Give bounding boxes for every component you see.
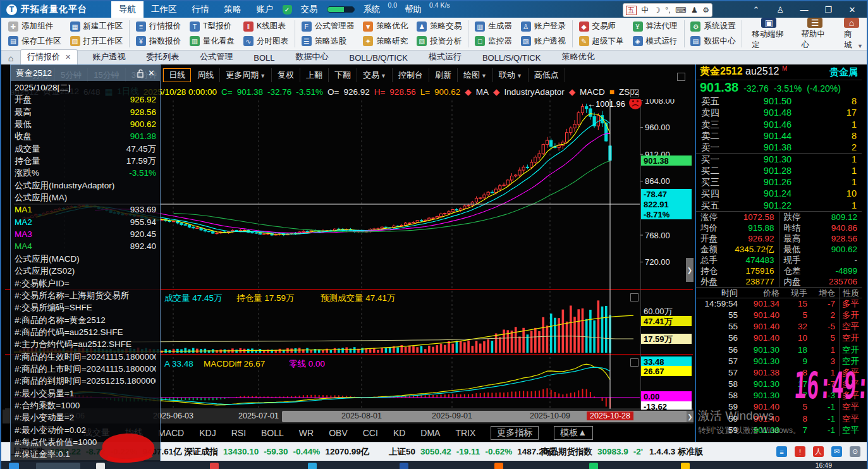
- tool-数据中心[interactable]: ▤数据中心: [688, 35, 737, 47]
- alert-bell-icon[interactable]: !: [795, 446, 805, 457]
- indicator-tab-BOLL[interactable]: BOLL: [261, 428, 284, 438]
- tool-保存工作区[interactable]: ▤保存工作区: [6, 35, 63, 47]
- app-icon[interactable]: [589, 463, 598, 469]
- menu-工作区[interactable]: 工作区: [144, 1, 185, 18]
- tool-算法代理[interactable]: ¥算法代理: [631, 20, 680, 32]
- message-icon[interactable]: ✉: [831, 446, 842, 457]
- period-下翻[interactable]: 下翻: [329, 68, 357, 82]
- tool-T型报价[interactable]: TT型报价: [188, 20, 236, 32]
- tab-BOLL/S/Q/TICK[interactable]: BOLL/S/Q/TICK: [476, 52, 547, 64]
- search-box[interactable]: [36, 463, 80, 469]
- tool-超级下单[interactable]: ✎超级下单: [577, 35, 626, 47]
- menu-系统[interactable]: 系统: [356, 1, 388, 18]
- tool-打开工作区[interactable]: ▨打开工作区: [68, 35, 125, 47]
- maximize-button[interactable]: ❐: [816, 1, 840, 18]
- tab-BOLL/B/Q/TICK[interactable]: BOLL/B/Q/TICK: [343, 52, 413, 64]
- tool-策略交易[interactable]: ♟策略交易: [415, 20, 463, 32]
- period-更多周期[interactable]: 更多周期▼: [220, 68, 272, 82]
- tool-生成器[interactable]: ▥生成器: [473, 20, 514, 32]
- tool-分时图表[interactable]: ∿分时图表: [241, 35, 290, 47]
- tab-公式管理[interactable]: 公式管理: [193, 50, 239, 64]
- tool-帮助中心[interactable]: ☰帮助中心: [794, 18, 836, 50]
- panel-expand-arrow[interactable]: ❯: [686, 258, 694, 282]
- tool-添加组件[interactable]: ✚添加组件: [6, 20, 63, 32]
- toolbar-collapse-caret[interactable]: ▼: [857, 43, 863, 49]
- period-高低点[interactable]: 高低点: [529, 68, 565, 82]
- tool-投资分析[interactable]: ▧投资分析: [415, 35, 463, 47]
- user-account-icon[interactable]: ♙: [768, 1, 792, 18]
- ime-item-icon[interactable]: 中: [641, 5, 649, 16]
- axis-scroll-arrow[interactable]: ❯: [687, 411, 694, 422]
- pane-toggle-checkbox[interactable]: [677, 73, 685, 81]
- tool-模式运行[interactable]: ◈模式运行: [631, 35, 680, 47]
- tool-K线图表[interactable]: ‖K线图表: [241, 20, 290, 32]
- tab-数据中心[interactable]: 数据中心: [289, 50, 334, 64]
- indicator-tab-WR[interactable]: WR: [299, 428, 314, 438]
- tool-行情报价[interactable]: ≡行情报价: [134, 20, 183, 32]
- indicator-tab-DMA[interactable]: DMA: [420, 428, 440, 438]
- windows-start-icon[interactable]: [9, 463, 19, 469]
- indicator-tab-CCI[interactable]: CCI: [363, 428, 378, 438]
- tab-策略优化[interactable]: 策略优化: [555, 50, 601, 64]
- tool-新建工作区[interactable]: ▦新建工作区: [68, 20, 125, 32]
- tab-账户透视[interactable]: 账户透视: [86, 50, 131, 64]
- tool-策略选股[interactable]: ☰策略选股: [300, 35, 357, 47]
- collapse-ribbon-icon[interactable]: ⌃: [744, 1, 768, 18]
- period-复权[interactable]: 复权: [272, 68, 300, 82]
- ime-item-icon[interactable]: 五: [626, 6, 637, 15]
- tool-账户登录[interactable]: ♙账户登录: [519, 20, 568, 32]
- app-icon[interactable]: [308, 463, 317, 469]
- menu-导航[interactable]: 导航: [111, 1, 144, 18]
- tool-量化看盘[interactable]: ▥量化看盘: [188, 35, 236, 47]
- menu-账户[interactable]: 账户: [249, 1, 281, 18]
- indicator-tab-KDJ[interactable]: KDJ: [199, 428, 216, 438]
- lock-icon[interactable]: ⊙: [850, 446, 860, 457]
- period-周线[interactable]: 周线: [192, 68, 220, 82]
- ime-item-icon[interactable]: °,: [665, 6, 670, 15]
- ime-item-icon[interactable]: ⚙: [702, 6, 709, 15]
- close-button[interactable]: ✕: [840, 1, 864, 18]
- data-window-popup[interactable]: 黄金2512 ✕ 2025/10/28[二]开盘926.92最高928.56最低…: [10, 64, 161, 461]
- ime-item-icon[interactable]: ☽: [654, 6, 661, 15]
- app-icon[interactable]: [400, 463, 408, 469]
- menu-行情[interactable]: 行情: [185, 1, 217, 18]
- tool-公式管理器[interactable]: F公式管理器: [300, 20, 357, 32]
- pane-toggle-checkbox[interactable]: [630, 89, 639, 97]
- tab-close-icon[interactable]: ✕: [65, 53, 71, 61]
- tool-系统设置[interactable]: ⚙系统设置: [688, 20, 737, 32]
- indicator-tab-TRIX[interactable]: TRIX: [455, 428, 475, 438]
- period-日线[interactable]: 日线: [163, 68, 191, 82]
- indicator-tab-更多指标[interactable]: 更多指标: [491, 426, 539, 440]
- tab-BOLL[interactable]: BOLL: [247, 52, 281, 64]
- app-icon[interactable]: [210, 463, 219, 469]
- home-icon[interactable]: ⌂: [1, 53, 20, 64]
- menu-策略[interactable]: 策略: [217, 1, 249, 18]
- tool-移动端绑定[interactable]: ▣移动端绑定: [744, 18, 793, 50]
- tool-策略研究[interactable]: ✦策略研究: [361, 35, 410, 47]
- tab-模式运行[interactable]: 模式运行: [422, 50, 468, 64]
- period-绘图[interactable]: 绘图▼: [458, 68, 493, 82]
- tool-账户透视[interactable]: ▧账户透视: [519, 35, 568, 47]
- popup-title-bar[interactable]: 黄金2512 ✕: [11, 65, 160, 81]
- tool-监控器[interactable]: □监控器: [473, 35, 514, 47]
- indicator-tab-OBV[interactable]: OBV: [329, 428, 348, 438]
- period-联动[interactable]: 联动▼: [493, 68, 529, 82]
- pane-toggle-checkbox[interactable]: [630, 358, 639, 367]
- tab-行情报价[interactable]: 行情报价✕: [20, 49, 78, 64]
- tool-指数报价[interactable]: ¥指数报价: [134, 35, 183, 47]
- indicator-tab-KD[interactable]: KD: [393, 428, 405, 438]
- indicator-tab-模板▲[interactable]: 模板▲: [554, 426, 593, 440]
- indicator-tab-RSI[interactable]: RSI: [231, 428, 246, 438]
- unlock-icon[interactable]: [137, 69, 144, 78]
- ime-toolbar[interactable]: 五中☽°,⌨♟⚙: [623, 3, 712, 17]
- pane-toggle-checkbox[interactable]: [630, 293, 639, 302]
- menu-交易[interactable]: 交易: [293, 1, 326, 18]
- period-控制台[interactable]: 控制台: [393, 68, 429, 82]
- popup-close-icon[interactable]: ✕: [148, 68, 155, 78]
- list-icon[interactable]: ≡: [776, 446, 787, 457]
- menu-帮助[interactable]: 帮助: [397, 1, 429, 18]
- period-刷新[interactable]: 刷新: [429, 68, 458, 82]
- ime-item-icon[interactable]: ♟: [691, 6, 698, 15]
- period-上翻[interactable]: 上翻: [300, 68, 329, 82]
- tab-委托列表[interactable]: 委托列表: [140, 50, 185, 64]
